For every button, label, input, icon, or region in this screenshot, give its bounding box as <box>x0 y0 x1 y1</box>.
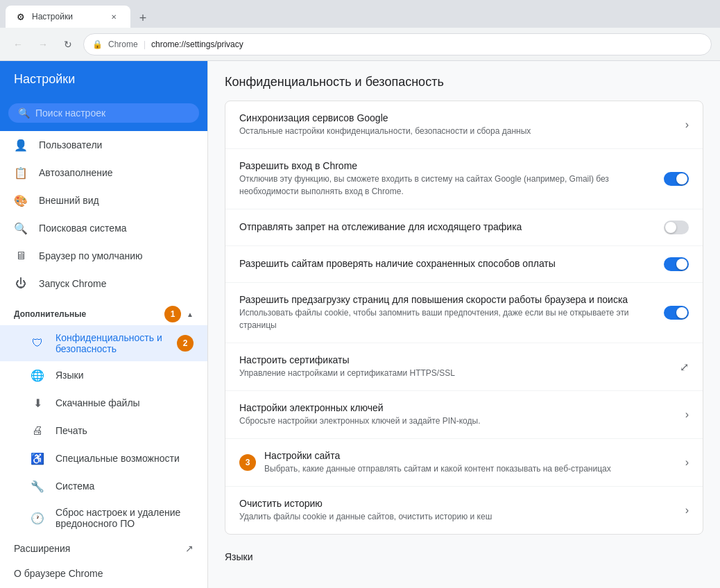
advanced-section-header[interactable]: Дополнительные 1 ▲ <box>0 297 207 325</box>
setting-clear-history-title: Очистить историю <box>239 498 674 509</box>
setting-payment-title: Разрешить сайтам проверять наличие сохра… <box>239 258 653 269</box>
sidebar-label-system: Система <box>55 481 94 492</box>
extensions-label: Расширения <box>14 543 70 554</box>
chevron-right-icon-3: › <box>685 456 689 469</box>
payment-toggle[interactable] <box>664 257 689 271</box>
site-settings-badge: 3 <box>239 454 256 471</box>
forward-button[interactable]: → <box>33 35 53 54</box>
tab-close-button[interactable]: ✕ <box>108 11 119 22</box>
main-layout: Настройки 🔍 👤 Пользователи 📋 Автозаполне… <box>0 61 720 588</box>
sidebar-item-users[interactable]: 👤 Пользователи <box>0 131 207 159</box>
sidebar-label-accessibility: Специальные возможности <box>55 453 180 464</box>
setting-security-keys[interactable]: Настройки электронных ключей Сбросьте на… <box>225 391 703 439</box>
chevron-right-icon: › <box>685 119 689 131</box>
setting-preload[interactable]: Разрешить предзагрузку страниц для повыш… <box>225 283 703 343</box>
sidebar-subitem-reset[interactable]: 🕐 Сброс настроек и удаление вредоносного… <box>0 500 207 536</box>
sidebar-subitem-print[interactable]: 🖨 Печать <box>0 417 207 444</box>
advanced-badge: 1 <box>164 306 181 322</box>
setting-site-settings[interactable]: 3 Настройки сайта Выбрать, какие данные … <box>225 439 703 487</box>
setting-preload-action[interactable] <box>664 306 689 320</box>
back-button[interactable]: ← <box>8 35 28 54</box>
setting-google-sync[interactable]: Синхронизация сервисов Google Остальные … <box>225 101 703 149</box>
sidebar-label-autofill: Автозаполнение <box>39 167 194 178</box>
toggle-thumb-preload <box>676 307 687 318</box>
bottom-section-title: Языки <box>225 540 703 568</box>
search-engine-icon: 🔍 <box>14 221 28 235</box>
sidebar-item-about[interactable]: О браузере Chrome <box>0 561 207 586</box>
setting-certificates-desc: Управление настройками и сертификатами H… <box>239 367 669 379</box>
settings-card-main: Синхронизация сервисов Google Остальные … <box>225 101 703 535</box>
browser-frame: ⚙ Настройки ✕ + ← → ↻ 🔒 Chrome | chrome:… <box>0 0 720 588</box>
languages-icon: 🌐 <box>31 368 44 382</box>
setting-dnt-content: Отправлять запрет на отслеживание для ис… <box>239 221 653 234</box>
allow-signin-toggle[interactable] <box>664 172 689 186</box>
sidebar-item-startup[interactable]: ⏻ Запуск Chrome <box>0 270 207 297</box>
toggle-thumb-dnt <box>665 222 676 233</box>
setting-preload-content: Разрешить предзагрузку страниц для повыш… <box>239 294 653 331</box>
sidebar-subitem-accessibility[interactable]: ♿ Специальные возможности <box>0 444 207 472</box>
new-tab-button[interactable]: + <box>133 8 153 28</box>
setting-payment-content: Разрешить сайтам проверять наличие сохра… <box>239 258 653 270</box>
setting-google-sync-content: Синхронизация сервисов Google Остальные … <box>239 112 674 137</box>
dnt-toggle[interactable] <box>664 220 689 234</box>
search-icon: 🔍 <box>18 107 30 119</box>
external-icon: ⤢ <box>680 361 689 374</box>
accessibility-icon: ♿ <box>31 451 44 465</box>
tab-favicon: ⚙ <box>17 12 26 21</box>
reset-icon: 🕐 <box>31 511 44 525</box>
setting-dnt-action[interactable] <box>664 220 689 234</box>
sidebar: Настройки 🔍 👤 Пользователи 📋 Автозаполне… <box>0 61 208 588</box>
autofill-icon: 📋 <box>14 166 28 180</box>
setting-allow-signin[interactable]: Разрешить вход в Chrome Отключив эту фун… <box>225 149 703 209</box>
appearance-icon: 🎨 <box>14 193 28 207</box>
setting-security-keys-action: › <box>685 408 689 421</box>
preload-toggle[interactable] <box>664 306 689 320</box>
setting-clear-history-action: › <box>685 504 689 517</box>
page-title: Конфиденциальность и безопасность <box>225 75 703 89</box>
setting-google-sync-action: › <box>685 119 689 131</box>
sidebar-item-appearance[interactable]: 🎨 Внешний вид <box>0 187 207 214</box>
users-icon: 👤 <box>14 138 28 152</box>
startup-icon: ⏻ <box>14 277 28 291</box>
active-tab[interactable]: ⚙ Настройки ✕ <box>6 6 130 28</box>
privacy-icon: 🛡 <box>31 336 44 350</box>
sidebar-subitem-system[interactable]: 🔧 Система <box>0 472 207 500</box>
sidebar-subitem-downloads[interactable]: ⬇ Скачанные файлы <box>0 389 207 417</box>
downloads-icon: ⬇ <box>31 396 44 410</box>
setting-dnt[interactable]: Отправлять запрет на отслеживание для ис… <box>225 209 703 246</box>
advanced-label: Дополнительные <box>14 309 86 319</box>
content-area: Конфиденциальность и безопасность Синхро… <box>208 61 720 588</box>
setting-site-settings-desc: Выбрать, какие данные отправлять сайтам … <box>264 462 674 475</box>
external-link-icon: ↗ <box>185 543 194 554</box>
setting-dnt-title: Отправлять запрет на отслеживание для ис… <box>239 221 653 232</box>
sidebar-label-privacy: Конфиденциальность и безопасность <box>55 332 166 354</box>
setting-google-sync-title: Синхронизация сервисов Google <box>239 112 674 123</box>
reload-button[interactable]: ↻ <box>58 35 78 54</box>
setting-security-keys-content: Настройки электронных ключей Сбросьте на… <box>239 402 674 427</box>
setting-preload-title: Разрешить предзагрузку страниц для повыш… <box>239 294 653 305</box>
setting-certificates[interactable]: Настроить сертификаты Управление настрой… <box>225 343 703 391</box>
sidebar-label-search: Поисковая система <box>39 223 194 234</box>
sidebar-item-browser[interactable]: 🖥 Браузер по умолчанию <box>0 242 207 270</box>
extensions-link[interactable]: Расширения ↗ <box>0 536 207 561</box>
setting-site-settings-action: › <box>685 456 689 469</box>
search-wrapper[interactable]: 🔍 <box>8 103 199 123</box>
setting-clear-history-desc: Удалить файлы cookie и данные сайтов, оч… <box>239 510 674 523</box>
sidebar-item-autofill[interactable]: 📋 Автозаполнение <box>0 159 207 187</box>
setting-allow-signin-action[interactable] <box>664 172 689 186</box>
setting-clear-history[interactable]: Очистить историю Удалить файлы cookie и … <box>225 487 703 534</box>
sidebar-label-about: О браузере Chrome <box>14 568 194 579</box>
toggle-thumb <box>676 173 687 184</box>
sidebar-subitem-privacy[interactable]: 🛡 Конфиденциальность и безопасность 2 <box>0 325 207 361</box>
setting-security-keys-desc: Сбросьте настройки электронных ключей и … <box>239 415 674 427</box>
setting-payment[interactable]: Разрешить сайтам проверять наличие сохра… <box>225 246 703 283</box>
url-divider: | <box>144 39 146 49</box>
url-bar[interactable]: 🔒 Chrome | chrome://settings/privacy <box>83 33 712 55</box>
advanced-chevron-icon: ▲ <box>187 311 194 318</box>
setting-preload-desc: Использовать файлы cookie, чтобы запомни… <box>239 306 653 331</box>
search-input[interactable] <box>35 107 189 119</box>
sidebar-item-search[interactable]: 🔍 Поисковая система <box>0 214 207 242</box>
setting-payment-action[interactable] <box>664 257 689 271</box>
print-icon: 🖨 <box>31 424 44 438</box>
sidebar-subitem-languages[interactable]: 🌐 Языки <box>0 361 207 389</box>
